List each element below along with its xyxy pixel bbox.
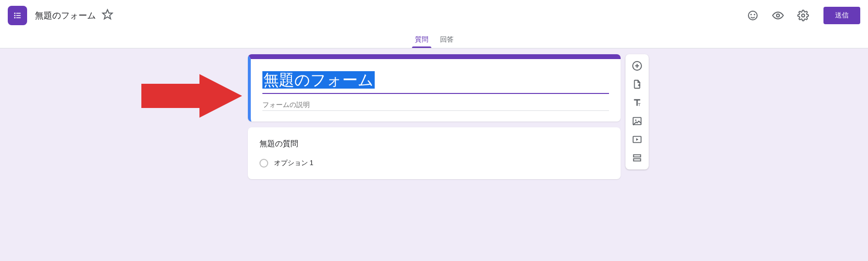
svg-rect-2 [14, 15, 15, 16]
workspace: 無題のフォーム 無題の質問 オプション 1 T [0, 48, 868, 261]
side-toolbar: T [625, 54, 649, 169]
tab-questions[interactable]: 質問 [409, 31, 434, 48]
option-label[interactable]: オプション 1 [274, 159, 314, 168]
radio-icon [259, 159, 268, 168]
doc-title[interactable]: 無題のフォーム [35, 10, 96, 21]
form-container: 無題のフォーム 無題の質問 オプション 1 T [248, 54, 621, 179]
app-header: 無題のフォーム 送信 [0, 0, 868, 31]
svg-rect-21 [633, 155, 640, 157]
svg-text:T: T [638, 102, 640, 107]
svg-rect-1 [16, 13, 21, 14]
svg-point-9 [754, 14, 755, 15]
question-title[interactable]: 無題の質問 [259, 139, 609, 149]
annotation-arrow-icon [137, 72, 243, 122]
add-title-icon[interactable]: T [628, 94, 646, 111]
form-title-text: 無題のフォーム [262, 71, 375, 89]
svg-marker-20 [636, 138, 639, 141]
preview-icon[interactable] [767, 5, 789, 26]
tab-responses[interactable]: 回答 [434, 31, 459, 48]
svg-rect-0 [14, 13, 15, 14]
add-image-icon[interactable] [628, 112, 646, 130]
header-actions: 送信 [742, 5, 860, 26]
svg-rect-4 [14, 17, 15, 18]
option-row[interactable]: オプション 1 [259, 159, 609, 168]
svg-point-18 [635, 120, 636, 121]
svg-marker-6 [103, 10, 112, 19]
svg-point-11 [802, 14, 805, 17]
add-video-icon[interactable] [628, 131, 646, 148]
question-card[interactable]: 無題の質問 オプション 1 [248, 127, 621, 179]
form-title-input[interactable]: 無題のフォーム [262, 70, 609, 94]
title-area: 無題のフォーム [35, 9, 742, 22]
svg-rect-22 [633, 159, 640, 161]
add-question-icon[interactable] [628, 57, 646, 75]
theme-icon[interactable] [742, 5, 763, 26]
svg-point-7 [748, 11, 757, 20]
import-questions-icon[interactable] [628, 76, 646, 93]
settings-icon[interactable] [792, 5, 814, 26]
form-header-card[interactable]: 無題のフォーム [248, 54, 621, 122]
svg-marker-12 [141, 74, 242, 118]
star-icon[interactable] [102, 9, 113, 22]
svg-point-8 [750, 14, 752, 15]
svg-rect-3 [16, 15, 21, 16]
svg-point-10 [777, 14, 779, 17]
tabs: 質問 回答 [0, 31, 868, 48]
forms-logo[interactable] [8, 6, 27, 25]
svg-rect-5 [16, 17, 21, 18]
form-description-input[interactable] [262, 101, 609, 111]
send-button[interactable]: 送信 [823, 7, 860, 24]
add-section-icon[interactable] [628, 149, 646, 167]
